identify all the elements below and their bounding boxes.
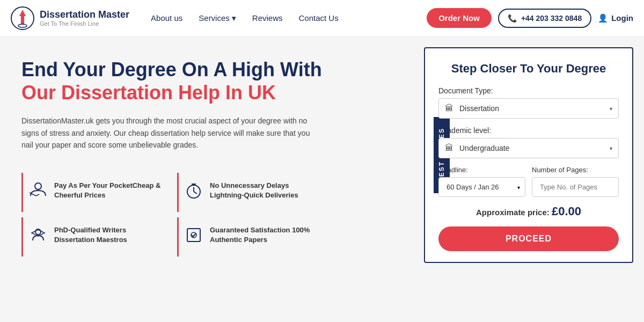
svg-rect-7 (187, 229, 200, 241)
document-type-wrapper: 🏛 Dissertation Thesis Essay Research Pap… (438, 98, 619, 119)
chevron-down-icon: ▾ (232, 13, 236, 23)
nav-about[interactable]: About us (151, 13, 182, 23)
order-card: BEST PRICES Step Closer To Your Degree D… (424, 47, 633, 263)
nav-links: About us Services ▾ Reviews Contact Us (151, 13, 427, 23)
pages-col: Number of Pages: (532, 166, 619, 197)
feature-text-3: PhD-Qualified Writers Dissertation Maest… (54, 225, 166, 245)
order-form-title: Step Closer To Your Degree (438, 62, 619, 76)
navbar: Dissertation Master Get To The Finish Li… (0, 0, 644, 36)
academic-level-select[interactable]: Undergraduate Masters PhD (438, 138, 619, 158)
feature-text-4: Guaranteed Satisfaction 100% Authentic P… (210, 225, 322, 245)
timer-icon (184, 181, 203, 204)
pages-label: Number of Pages: (532, 166, 619, 174)
svg-rect-2 (21, 16, 24, 25)
feature-text-2: No Unnecessary Delays Lightning-Quick De… (210, 181, 322, 200)
brand-tagline: Get To The Finish Line (40, 20, 129, 27)
nav-contact[interactable]: Contact Us (299, 13, 339, 23)
hero-title: End Your Degree On A High With Our Disse… (21, 58, 392, 104)
brand-name: Dissertation Master (40, 9, 129, 21)
pages-input[interactable] (532, 177, 619, 197)
feature-item-4: Guaranteed Satisfaction 100% Authentic P… (177, 217, 327, 257)
academic-level-wrapper: 🏛 Undergraduate Masters PhD ▾ (438, 138, 619, 158)
order-now-button[interactable]: Order Now (427, 8, 492, 28)
left-side: End Your Degree On A High With Our Disse… (0, 36, 413, 322)
guarantee-icon (184, 225, 203, 248)
features-grid: Pay As Per Your PocketCheap & Cheerful P… (21, 170, 333, 259)
feature-item-1: Pay As Per Your PocketCheap & Cheerful P… (21, 173, 172, 212)
right-side: BEST PRICES Step Closer To Your Degree D… (413, 36, 644, 322)
price-value: £0.00 (552, 204, 581, 218)
phone-icon: 📞 (508, 14, 517, 23)
deadline-pages-row: Deadline: 60 Days / Jan 26 30 Days 14 Da… (438, 166, 619, 197)
deadline-label: Deadline: (438, 166, 525, 174)
logo: Dissertation Master Get To The Finish Li… (11, 6, 129, 30)
phone-button[interactable]: 📞 +44 203 332 0848 (498, 9, 591, 28)
feature-text-1: Pay As Per Your PocketCheap & Cheerful P… (54, 181, 166, 200)
document-type-label: Document Type: (438, 86, 619, 95)
logo-icon (11, 6, 34, 30)
svg-point-4 (35, 183, 41, 189)
deadline-select[interactable]: 60 Days / Jan 26 30 Days 14 Days 7 Days (438, 177, 525, 197)
logo-text: Dissertation Master Get To The Finish Li… (40, 9, 129, 27)
main-content: End Your Degree On A High With Our Disse… (0, 36, 644, 322)
proceed-button[interactable]: PROCEED (438, 226, 619, 251)
document-type-select[interactable]: Dissertation Thesis Essay Research Paper (438, 98, 619, 119)
pay-icon (28, 181, 48, 204)
feature-item-3: PhD-Qualified Writers Dissertation Maest… (21, 217, 172, 257)
svg-marker-1 (19, 10, 26, 16)
academic-level-label: Academic level: (438, 126, 619, 135)
price-label: Approximate price: (476, 208, 550, 217)
feature-item-2: No Unnecessary Delays Lightning-Quick De… (177, 173, 327, 212)
deadline-wrapper: 60 Days / Jan 26 30 Days 14 Days 7 Days … (438, 177, 525, 197)
deadline-col: Deadline: 60 Days / Jan 26 30 Days 14 Da… (438, 166, 525, 197)
login-button[interactable]: 👤 Login (598, 13, 633, 23)
graduate-icon (28, 225, 48, 248)
nav-services[interactable]: Services ▾ (199, 13, 236, 23)
hero-description: DissertationMaster.uk gets you through t… (21, 115, 322, 151)
nav-reviews[interactable]: Reviews (252, 13, 283, 23)
price-row: Approximate price: £0.00 (438, 204, 619, 218)
nav-actions: Order Now 📞 +44 203 332 0848 👤 Login (427, 8, 633, 28)
user-icon: 👤 (598, 13, 608, 23)
